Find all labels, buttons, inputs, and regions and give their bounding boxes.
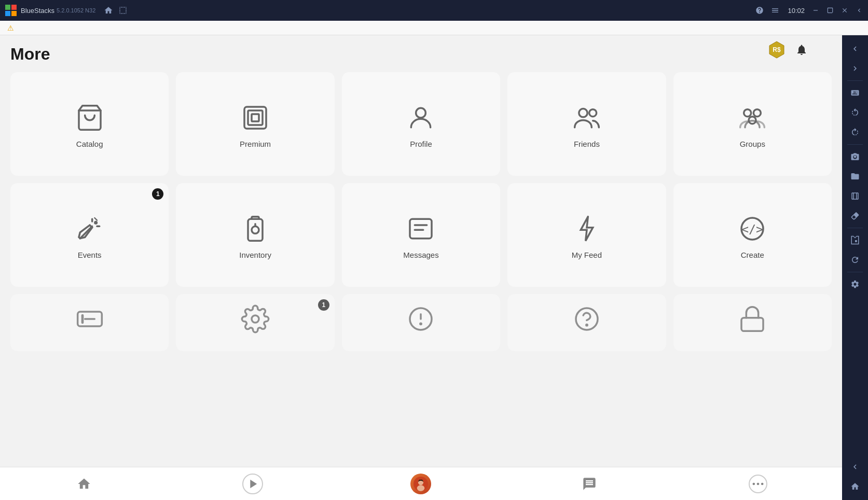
more-dots-circle	[749, 475, 767, 493]
bottom-card-1[interactable]	[10, 294, 169, 351]
sidebar-divider-1	[847, 80, 863, 81]
groups-card[interactable]: Groups	[673, 72, 832, 176]
svg-point-42	[756, 482, 759, 485]
friends-icon	[572, 103, 601, 132]
svg-point-12	[589, 109, 597, 116]
close-button[interactable]	[841, 7, 848, 14]
svg-point-41	[752, 482, 755, 485]
sidebar-collapse-btn[interactable]	[845, 457, 865, 476]
profile-card[interactable]: Profile	[342, 72, 500, 176]
bottom-icon-3	[406, 304, 435, 334]
premium-card[interactable]: Premium	[176, 72, 334, 176]
main-layout: R$ More Catalog	[0, 35, 868, 500]
catalog-card[interactable]: Catalog	[10, 72, 169, 176]
bottom-card-4[interactable]	[507, 294, 666, 351]
alert-icon: ⚠	[7, 24, 14, 32]
svg-point-14	[754, 109, 761, 116]
bluestacks-logo	[5, 5, 17, 16]
alert-bar: ⚠	[0, 21, 868, 35]
bottom-icon-2	[241, 304, 270, 334]
bottom-nav-play[interactable]	[169, 474, 337, 494]
bottom-nav-home[interactable]	[0, 477, 169, 491]
robux-icon[interactable]: R$	[767, 40, 786, 59]
sidebar-back-btn[interactable]	[845, 39, 865, 58]
svg-text:R$: R$	[773, 46, 781, 53]
sidebar-package-btn[interactable]	[845, 231, 865, 249]
svg-point-17	[94, 220, 98, 224]
catalog-icon	[75, 103, 104, 132]
home-icon	[77, 477, 91, 491]
content-header-actions: R$	[767, 40, 811, 59]
collapse-sidebar-icon[interactable]	[856, 7, 863, 14]
bottom-card-3[interactable]	[342, 294, 500, 351]
bottom-card-2[interactable]: 1	[176, 294, 334, 351]
bottom-nav-chat[interactable]	[505, 477, 674, 491]
minimize-button[interactable]	[812, 7, 819, 14]
home-nav-icon[interactable]	[104, 6, 113, 15]
bottom-badge-2: 1	[318, 299, 329, 311]
catalog-label: Catalog	[76, 140, 103, 148]
sidebar-divider-3	[847, 228, 863, 228]
menu-grid-row1: Catalog Premium	[10, 72, 832, 183]
messages-card[interactable]: Messages	[342, 183, 500, 287]
sidebar-keyboard-btn[interactable]	[845, 84, 865, 102]
svg-point-10	[416, 108, 426, 118]
sidebar-divider-2	[847, 144, 863, 145]
premium-label: Premium	[240, 140, 271, 148]
svg-rect-9	[252, 114, 259, 121]
help-icon[interactable]	[755, 6, 764, 15]
sidebar-divider-4	[847, 272, 863, 272]
sidebar-folder-btn[interactable]	[845, 167, 865, 186]
create-icon: </>	[738, 214, 767, 243]
far-right-sidebar	[842, 35, 868, 500]
sidebar-layout-btn[interactable]	[845, 187, 865, 205]
svg-point-31	[252, 315, 259, 323]
svg-text:</>: </>	[741, 222, 763, 237]
multiwindow-icon[interactable]	[118, 6, 128, 15]
svg-point-43	[761, 482, 764, 485]
my-feed-card[interactable]: My Feed	[507, 183, 666, 287]
titlebar: BlueStacks 5.2.0.1052 N32 10:02	[0, 0, 868, 21]
sidebar-rotate-right-btn[interactable]	[845, 123, 865, 142]
robux-hexagon: R$	[767, 40, 786, 59]
bottom-nav-avatar[interactable]	[337, 474, 505, 494]
svg-rect-3	[11, 11, 17, 16]
sidebar-gear-btn[interactable]	[845, 275, 865, 294]
my-feed-icon	[572, 214, 601, 243]
notification-bell[interactable]	[792, 40, 811, 59]
app-version: 5.2.0.1052 N32	[57, 7, 95, 13]
bottom-card-5[interactable]	[673, 294, 832, 351]
events-card[interactable]: 1 Events	[10, 183, 169, 287]
bottom-icon-5	[738, 304, 767, 334]
titlebar-controls	[755, 6, 779, 15]
bottom-icon-1	[75, 304, 104, 334]
dots-icon	[751, 477, 765, 491]
play-button-circle	[242, 474, 263, 494]
friends-card[interactable]: Friends	[507, 72, 666, 176]
chat-icon	[582, 477, 597, 491]
maximize-button[interactable]	[826, 7, 834, 14]
groups-icon	[738, 103, 767, 132]
window-controls	[812, 7, 863, 14]
svg-rect-0	[5, 5, 10, 10]
sidebar-rotate-left-btn[interactable]	[845, 103, 865, 122]
sidebar-home-btn[interactable]	[845, 477, 865, 496]
sidebar-refresh-btn[interactable]	[845, 251, 865, 269]
app-name: BlueStacks	[21, 7, 54, 15]
svg-point-13	[744, 109, 751, 116]
create-card[interactable]: </> Create	[673, 183, 832, 287]
sidebar-camera-btn[interactable]	[845, 147, 865, 166]
menu-grid-row3: 1	[10, 294, 832, 358]
my-feed-label: My Feed	[572, 251, 602, 259]
svg-rect-1	[11, 5, 17, 10]
avatar-circle	[410, 474, 431, 494]
svg-point-21	[252, 226, 259, 233]
sidebar-eraser-btn[interactable]	[845, 206, 865, 225]
bottom-icon-4	[572, 304, 601, 334]
friends-label: Friends	[574, 140, 600, 148]
inventory-card[interactable]: Inventory	[176, 183, 334, 287]
bottom-nav-more[interactable]	[673, 475, 842, 493]
play-icon	[245, 477, 260, 491]
menu-icon[interactable]	[771, 6, 779, 15]
sidebar-forward-btn[interactable]	[845, 59, 865, 78]
